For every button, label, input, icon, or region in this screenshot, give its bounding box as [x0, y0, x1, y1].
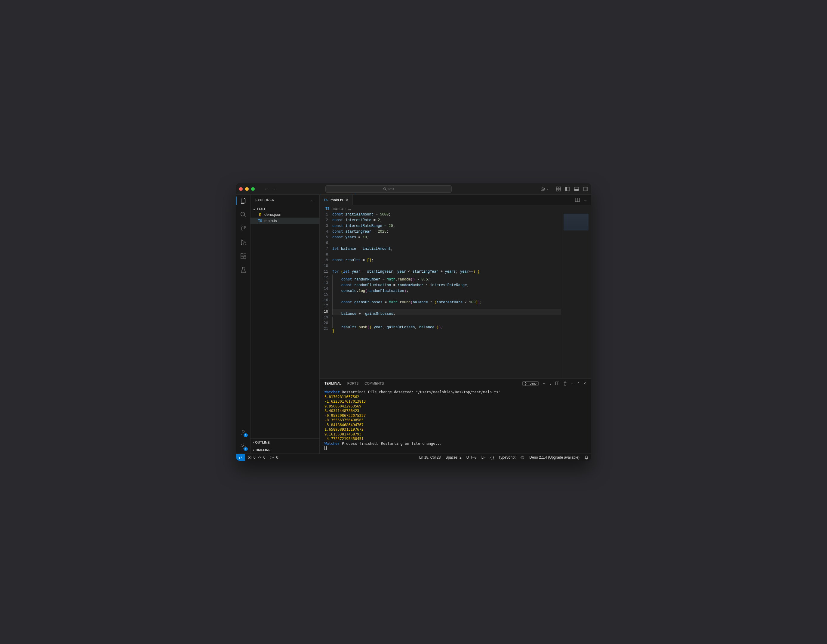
zoom-window[interactable]	[251, 187, 255, 191]
file-item[interactable]: {}deno.json	[251, 211, 319, 217]
problems-status[interactable]: 0 0	[245, 455, 268, 460]
layout-customize-icon[interactable]	[556, 187, 561, 191]
svg-point-35	[523, 457, 523, 458]
ts-file-icon: TS	[323, 199, 328, 202]
svg-point-17	[241, 226, 242, 227]
minimap[interactable]	[561, 212, 591, 378]
split-editor-icon[interactable]	[575, 197, 580, 202]
svg-rect-21	[240, 254, 243, 256]
maximize-panel-icon[interactable]: ⌃	[577, 381, 580, 386]
activity-source-control[interactable]	[240, 225, 247, 232]
ts-file-icon: TS	[325, 207, 330, 210]
svg-rect-23	[243, 256, 245, 258]
outline-section[interactable]: › OUTLINE	[251, 438, 319, 446]
breadcrumb[interactable]: TS main.ts › ...	[320, 205, 591, 212]
svg-point-32	[272, 457, 273, 457]
panel-tab-terminal[interactable]: TERMINAL	[325, 381, 341, 387]
copilot-icon	[540, 187, 545, 191]
copilot-menu[interactable]: ⌄	[540, 187, 549, 191]
svg-rect-5	[556, 187, 558, 189]
notifications-status[interactable]	[582, 455, 591, 460]
files-icon	[240, 197, 247, 204]
nav-forward-icon[interactable]: →	[272, 187, 276, 191]
panel-tab-comments[interactable]: COMMENTS	[365, 381, 384, 385]
svg-rect-22	[240, 256, 243, 258]
close-window[interactable]	[239, 187, 243, 191]
split-terminal-icon[interactable]	[555, 381, 559, 386]
svg-point-3	[542, 189, 543, 189]
remote-icon	[239, 455, 243, 460]
window-controls	[239, 187, 255, 191]
chevron-down-icon[interactable]: ⌄	[549, 382, 552, 385]
play-bug-icon	[240, 239, 247, 245]
close-panel-icon[interactable]: ✕	[584, 381, 586, 386]
code-editor[interactable]: 123456789101112131415161718192021 const …	[320, 212, 561, 378]
svg-rect-13	[584, 187, 588, 191]
code-content[interactable]: const initialAmount = 5000;const interes…	[332, 212, 561, 378]
chevron-right-icon: ›	[253, 449, 254, 452]
activity-explorer[interactable]	[240, 197, 247, 204]
svg-point-20	[243, 242, 246, 245]
warning-icon	[257, 455, 262, 460]
cursor-position[interactable]: Ln 18, Col 28	[417, 455, 443, 460]
tab-bar: TS main.ts ✕ ···	[320, 195, 591, 205]
chevron-down-icon: ⌄	[253, 207, 256, 211]
terminal-output[interactable]: Watcher Restarting! File change detected…	[320, 388, 591, 453]
activity-settings[interactable]: 1	[240, 443, 247, 450]
ports-status[interactable]: 0	[268, 455, 281, 460]
nav-back-icon[interactable]: ←	[264, 187, 268, 191]
svg-point-25	[242, 430, 244, 433]
panel-more-icon[interactable]: ···	[571, 381, 574, 385]
activity-debug[interactable]	[240, 239, 247, 246]
panel-left-icon[interactable]	[565, 187, 570, 191]
bottom-panel: TERMINAL PORTS COMMENTS ❯_ deno ＋ ⌄ ··· …	[320, 378, 591, 453]
bell-icon	[584, 455, 588, 460]
close-tab-icon[interactable]: ✕	[346, 198, 349, 202]
status-bar: 0 0 0 Ln 18, Col 28 Spaces: 2 UTF-8 LF {…	[236, 453, 591, 461]
svg-line-16	[244, 216, 246, 217]
sidebar-more-icon[interactable]: ···	[311, 199, 315, 202]
panel-bottom-icon[interactable]	[574, 187, 579, 191]
svg-point-34	[522, 457, 522, 458]
svg-rect-12	[574, 189, 579, 191]
tab-label: main.ts	[331, 198, 343, 202]
tab-more-icon[interactable]: ···	[584, 198, 587, 202]
svg-rect-33	[521, 456, 524, 459]
copilot-icon	[520, 455, 524, 460]
tab-main-ts[interactable]: TS main.ts ✕	[320, 195, 353, 205]
command-center[interactable]: test	[325, 185, 452, 192]
svg-rect-8	[559, 189, 560, 191]
runtime-status[interactable]: Deno 2.1.4 (Upgrade available)	[527, 455, 582, 460]
vscode-window: ← → test ⌄	[236, 183, 591, 461]
encoding-status[interactable]: UTF-8	[464, 455, 479, 460]
braces-icon: { }	[490, 455, 494, 460]
folder-root[interactable]: ⌄ TEST	[251, 206, 319, 211]
activity-search[interactable]	[240, 211, 247, 218]
terminal-shell-selector[interactable]: ❯_ deno	[522, 381, 538, 386]
svg-line-1	[385, 189, 387, 191]
chevron-right-icon: ›	[253, 441, 254, 444]
panel-tab-ports[interactable]: PORTS	[347, 381, 359, 385]
error-icon	[248, 455, 252, 460]
panel-right-icon[interactable]	[583, 187, 588, 191]
activity-accounts[interactable]: 1	[240, 429, 247, 436]
indentation-status[interactable]: Spaces: 2	[443, 455, 464, 460]
activity-testing[interactable]	[240, 266, 247, 274]
chevron-down-icon: ⌄	[546, 187, 549, 191]
titlebar: ← → test ⌄	[236, 183, 591, 195]
eol-status[interactable]: LF	[479, 455, 488, 460]
folder-name: TEST	[257, 207, 266, 211]
language-status[interactable]: { } TypeScript	[488, 455, 518, 460]
file-item[interactable]: TSmain.ts	[251, 217, 319, 224]
activity-extensions[interactable]	[240, 252, 247, 260]
new-terminal-icon[interactable]: ＋	[542, 381, 546, 386]
trash-icon[interactable]	[563, 381, 567, 386]
remote-indicator[interactable]	[236, 454, 245, 461]
svg-point-19	[244, 226, 246, 228]
branch-icon	[240, 225, 247, 232]
svg-rect-6	[559, 187, 560, 189]
copilot-status[interactable]	[518, 455, 527, 460]
svg-point-15	[240, 212, 245, 216]
minimize-window[interactable]	[245, 187, 249, 191]
timeline-section[interactable]: › TIMELINE	[251, 446, 319, 453]
